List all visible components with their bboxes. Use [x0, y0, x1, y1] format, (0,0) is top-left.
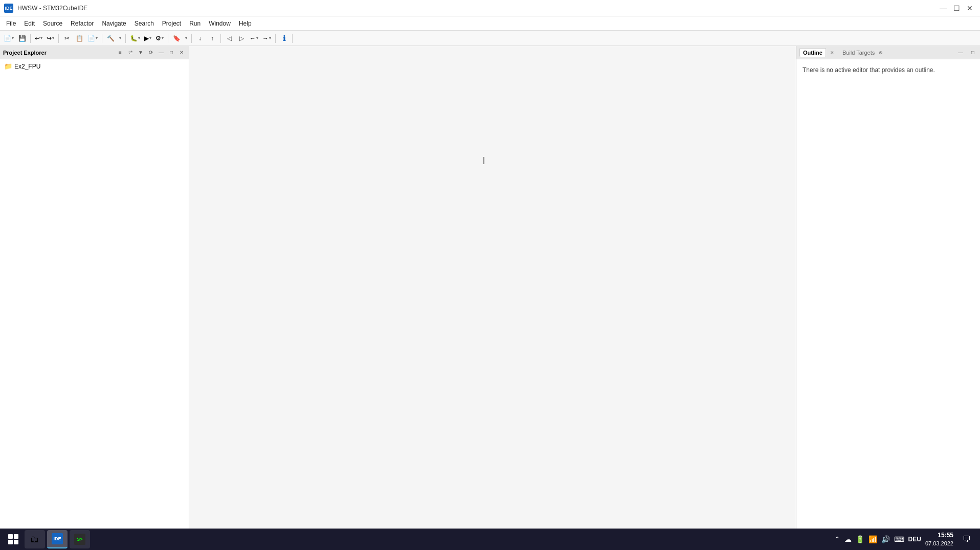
next-anno-button[interactable]: ↓	[194, 33, 206, 44]
toolbar: 📄 ▾ 💾 ↩ ▾ ↪ ▾ ✂ 📋 📄 ▾ 🔨 ▾ 🐛 ▾ ▶ ▾ ⚙ ▾ 🔖 …	[0, 31, 980, 46]
outline-minimize-button[interactable]: —	[956, 49, 965, 57]
editor-area[interactable]	[189, 46, 796, 529]
battery-icon[interactable]: 🔋	[856, 535, 864, 543]
toolbar-separator-2	[58, 34, 59, 43]
outline-header: Outline ✕ Build Targets ⊗ — □	[796, 46, 980, 59]
paste-icon: 📄	[87, 35, 95, 42]
wifi-icon[interactable]: 📶	[868, 535, 877, 543]
language-indicator[interactable]: DEU	[908, 536, 921, 543]
taskbar-tray: ⌃ ☁ 🔋 📶 🔊 ⌨ DEU 15:55 07.03.2022 🗨	[834, 530, 976, 548]
toolbar-separator-5	[168, 34, 168, 43]
new-button[interactable]: 📄 ▾	[2, 33, 15, 44]
link-with-editor-button[interactable]: ⇌	[126, 49, 135, 57]
back-button[interactable]: ← ▾	[248, 33, 260, 44]
folder-icon: 📁	[4, 62, 12, 70]
build-button[interactable]: 🔨	[105, 33, 116, 44]
prev-anno-button[interactable]: ↑	[207, 33, 218, 44]
maximize-panel-button[interactable]: □	[167, 49, 175, 57]
start-button[interactable]	[4, 530, 23, 548]
menu-window[interactable]: Window	[205, 18, 235, 29]
project-explorer-header: Project Explorer ≡ ⇌ ▼ ⟳ — □ ✕	[0, 46, 189, 59]
bookmark-button[interactable]: 🔖	[171, 33, 182, 44]
menu-navigate[interactable]: Navigate	[98, 18, 130, 29]
toolbar-separator-9	[292, 34, 293, 43]
menu-source[interactable]: Source	[39, 18, 66, 29]
menu-project[interactable]: Project	[158, 18, 185, 29]
undo-icon: ↩	[35, 35, 40, 42]
clock[interactable]: 15:55 07.03.2022	[925, 531, 953, 547]
build-targets-close-icon[interactable]: ⊗	[879, 50, 883, 55]
redo-icon: ↪	[47, 35, 52, 42]
run-button[interactable]: ▶ ▾	[143, 33, 153, 44]
undo-button[interactable]: ↩ ▾	[33, 33, 44, 44]
redo-button[interactable]: ↪ ▾	[45, 33, 56, 44]
build-dropdown[interactable]: ▾	[117, 33, 123, 44]
toolbar-separator-6	[191, 34, 192, 43]
minimize-panel-button[interactable]: —	[157, 49, 165, 57]
menu-search[interactable]: Search	[130, 18, 158, 29]
filter-button[interactable]: ▼	[137, 49, 145, 57]
outline-close-icon[interactable]: ✕	[830, 50, 834, 55]
tab-outline[interactable]: Outline	[799, 48, 826, 57]
title-bar: IDE HWSW - STM32CubeIDE — ☐ ✕	[0, 0, 980, 16]
menu-bar: File Edit Source Refactor Navigate Searc…	[0, 16, 980, 31]
tab-build-targets[interactable]: Build Targets	[842, 50, 875, 56]
maximize-button[interactable]: ☐	[950, 3, 963, 14]
clock-date: 07.03.2022	[925, 540, 953, 547]
chevron-up-icon[interactable]: ⌃	[834, 535, 840, 543]
back-icon: ←	[250, 35, 256, 42]
toolbar-separator-7	[220, 34, 221, 43]
external-tool-button[interactable]: ⚙ ▾	[154, 33, 165, 44]
close-panel-button[interactable]: ✕	[177, 49, 186, 57]
menu-file[interactable]: File	[2, 18, 20, 29]
fwd-icon: →	[262, 35, 269, 42]
text-cursor	[483, 157, 484, 164]
outline-message: There is no active editor that provides …	[803, 65, 935, 75]
taskbar-terminal[interactable]: S>	[70, 530, 90, 548]
cut-button[interactable]: ✂	[61, 33, 73, 44]
toolbar-separator-8	[275, 34, 276, 43]
close-button[interactable]: ✕	[964, 3, 976, 14]
window-controls: — ☐ ✕	[937, 3, 976, 14]
ext-tool-icon: ⚙	[155, 35, 161, 42]
outline-content: There is no active editor that provides …	[796, 59, 980, 529]
fwd-button[interactable]: → ▾	[261, 33, 273, 44]
minimize-button[interactable]: —	[937, 3, 949, 14]
menu-run[interactable]: Run	[185, 18, 205, 29]
save-button[interactable]: 💾	[16, 33, 28, 44]
app-icon: IDE	[4, 4, 13, 13]
taskbar-ide[interactable]: IDE	[47, 530, 68, 548]
project-explorer-title: Project Explorer	[3, 50, 114, 56]
notification-button[interactable]: 🗨	[957, 530, 976, 548]
project-tree: 📁 Ex2_FPU	[0, 59, 189, 529]
info-button[interactable]: ℹ	[278, 33, 289, 44]
toolbar-separator-3	[102, 34, 102, 43]
sync-button[interactable]: ⟳	[147, 49, 155, 57]
taskbar-file-explorer[interactable]: 🗂	[25, 530, 45, 548]
next-edit-button[interactable]: ▷	[236, 33, 247, 44]
window-title: HWSW - STM32CubeIDE	[17, 5, 933, 12]
debug-button[interactable]: 🐛 ▾	[128, 33, 142, 44]
outline-panel: Outline ✕ Build Targets ⊗ — □ There is n…	[796, 46, 980, 529]
menu-refactor[interactable]: Refactor	[66, 18, 98, 29]
project-name-label: Ex2_FPU	[14, 63, 40, 70]
toolbar-separator-4	[125, 34, 126, 43]
copy-button[interactable]: 📋	[74, 33, 85, 44]
toolbar-separator-1	[30, 34, 31, 43]
clock-time: 15:55	[925, 531, 953, 540]
taskbar: 🗂 IDE S> ⌃ ☁ 🔋 📶 🔊 ⌨ DEU 15:55 07.03.202…	[0, 529, 980, 550]
keyboard-icon[interactable]: ⌨	[894, 535, 904, 543]
prev-edit-button[interactable]: ◁	[224, 33, 235, 44]
menu-edit[interactable]: Edit	[20, 18, 39, 29]
debug-icon: 🐛	[130, 35, 138, 42]
menu-help[interactable]: Help	[235, 18, 256, 29]
new-icon: 📄	[4, 35, 11, 42]
bookmark-dropdown[interactable]: ▾	[183, 33, 189, 44]
main-layout: Project Explorer ≡ ⇌ ▼ ⟳ — □ ✕ 📁 Ex2_FPU…	[0, 46, 980, 529]
paste-button[interactable]: 📄 ▾	[86, 33, 99, 44]
collapse-all-button[interactable]: ≡	[116, 49, 124, 57]
project-tree-item[interactable]: 📁 Ex2_FPU	[2, 61, 187, 71]
volume-icon[interactable]: 🔊	[881, 535, 890, 543]
onedrive-icon[interactable]: ☁	[844, 535, 852, 543]
outline-maximize-button[interactable]: □	[969, 49, 977, 57]
